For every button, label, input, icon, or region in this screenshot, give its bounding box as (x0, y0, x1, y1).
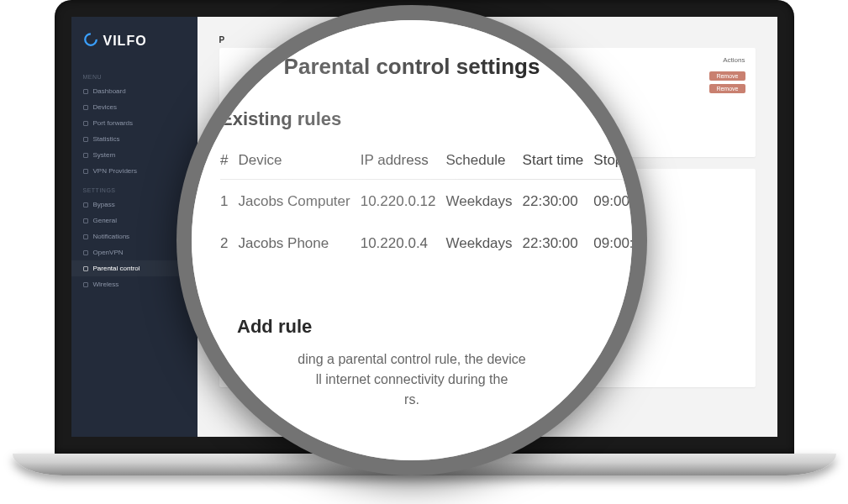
sidebar-item-dashboard[interactable]: Dashboard (71, 83, 198, 99)
cell-ip: 10.220.0.4 (361, 223, 446, 265)
cell-device: Jacobs Phone (238, 223, 360, 265)
menu-icon (83, 218, 88, 223)
sidebar-item-port-forwards[interactable]: Port forwards (71, 115, 198, 131)
cell-stop: 09:00:00 (593, 223, 647, 265)
sidebar-item-label: General (93, 217, 117, 224)
col-schedule: Schedule (446, 144, 523, 180)
col-ip: IP address (361, 144, 446, 180)
col-device: Device (238, 144, 360, 180)
sidebar-item-label: Parental control (93, 265, 140, 272)
sidebar-item-label: VPN Providers (93, 167, 137, 175)
magnifier-lens: Parental control settings Existing rules… (176, 5, 647, 475)
cell-start: 22:30:00 (523, 180, 594, 224)
sidebar-item-label: System (93, 151, 116, 159)
menu-icon (83, 153, 88, 158)
sidebar-item-label: Bypass (93, 201, 115, 208)
menu-icon (83, 121, 88, 126)
menu-icon (83, 266, 88, 271)
sidebar-item-devices[interactable]: Devices (71, 99, 198, 115)
existing-rules-title: Existing rules (220, 108, 603, 130)
table-header-row: # Device IP address Schedule Start time … (220, 144, 647, 180)
settings-section-label: SETTINGS (71, 179, 198, 197)
table-row[interactable]: 2 Jacobs Phone 10.220.0.4 Weekdays 22:30… (220, 223, 647, 265)
page-title: Parental control settings (220, 54, 603, 80)
cell-ip: 10.220.0.12 (361, 180, 446, 224)
cell-stop: 09:00:00 (593, 180, 647, 224)
menu-icon (83, 137, 88, 142)
brand-logo-icon (83, 32, 98, 50)
magnified-content: Parental control settings Existing rules… (192, 20, 632, 460)
cell-num: 2 (220, 223, 238, 265)
add-rule-description: ding a parental control rule, the device… (220, 349, 603, 410)
svg-point-0 (85, 34, 97, 45)
sidebar-item-vpn-providers[interactable]: VPN Providers (71, 163, 198, 179)
table-row[interactable]: 1 Jacobs Computer 10.220.0.12 Weekdays 2… (220, 180, 647, 224)
sidebar-item-label: OpenVPN (93, 249, 124, 256)
sidebar-item-label: Port forwards (93, 119, 134, 127)
menu-icon (83, 250, 88, 255)
sidebar-item-system[interactable]: System (71, 147, 198, 163)
col-start-time: Start time (523, 144, 594, 180)
actions-column-header: Actions (723, 56, 745, 64)
add-rule-title: Add rule (220, 316, 603, 338)
menu-icon (83, 105, 88, 110)
cell-start: 22:30:00 (523, 223, 594, 265)
sidebar-item-statistics[interactable]: Statistics (71, 131, 198, 147)
sidebar-item-label: Dashboard (93, 87, 126, 95)
menu-icon (83, 89, 88, 94)
sidebar-item-label: Devices (93, 103, 117, 111)
menu-section-label: MENU (71, 66, 198, 83)
sidebar-item-label: Wireless (93, 281, 119, 288)
brand-name: VILFO (103, 34, 147, 49)
menu-icon (83, 234, 88, 239)
menu-icon (83, 282, 88, 287)
cell-device: Jacobs Computer (238, 180, 360, 224)
cell-schedule: Weekdays (446, 223, 523, 265)
menu-icon (83, 169, 88, 174)
sidebar-item-wireless[interactable]: Wireless (71, 276, 198, 292)
brand: VILFO (71, 32, 198, 66)
sidebar-item-label: Statistics (93, 135, 120, 143)
sidebar-item-label: Notifications (93, 233, 130, 240)
remove-button[interactable]: Remove (709, 71, 745, 81)
menu-icon (83, 202, 88, 207)
cell-schedule: Weekdays (446, 180, 523, 224)
rules-table: # Device IP address Schedule Start time … (220, 144, 647, 265)
remove-button[interactable]: Remove (709, 84, 745, 93)
col-num: # (220, 144, 238, 180)
cell-num: 1 (220, 180, 238, 224)
